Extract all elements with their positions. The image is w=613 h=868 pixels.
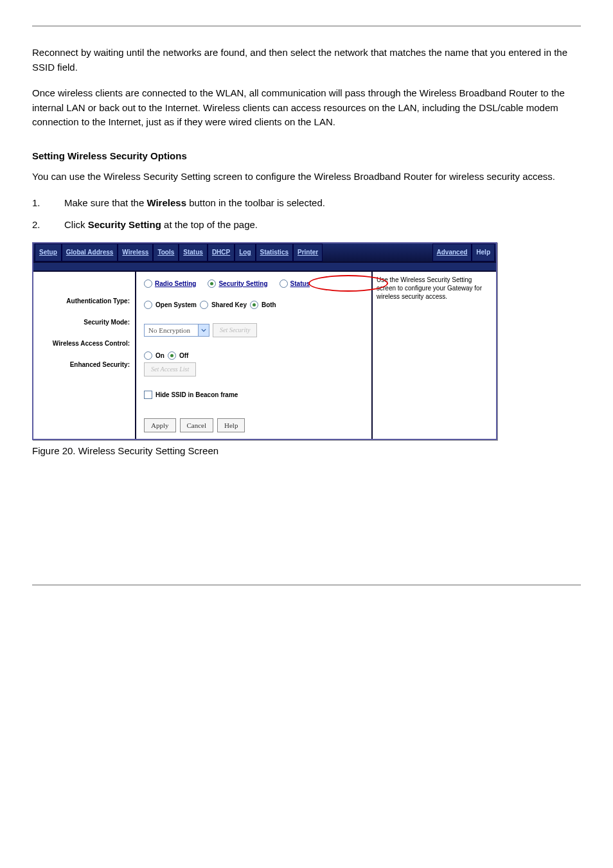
main-nav: Setup Global Address Wireless Tools Stat… bbox=[33, 244, 496, 263]
security-mode-value: No Encryption bbox=[145, 326, 198, 334]
nav-advanced[interactable]: Advanced bbox=[432, 244, 472, 261]
left-label-column: Authentication Type: Security Mode: Wire… bbox=[33, 272, 136, 439]
auth-open-label: Open System bbox=[155, 301, 197, 308]
nav-status[interactable]: Status bbox=[179, 244, 208, 261]
paragraph: You can use the Wireless Security Settin… bbox=[32, 170, 581, 184]
wac-off-label: Off bbox=[179, 352, 188, 359]
nav-setup[interactable]: Setup bbox=[35, 244, 62, 261]
nav-statistics[interactable]: Statistics bbox=[256, 244, 293, 261]
wac-off-radio[interactable] bbox=[168, 351, 176, 360]
auth-both-radio[interactable] bbox=[250, 301, 258, 309]
wac-on-radio[interactable] bbox=[144, 351, 152, 360]
radio-icon[interactable] bbox=[144, 279, 152, 288]
wac-label: Wireless Access Control: bbox=[33, 340, 135, 347]
enhanced-security-label: Enhanced Security: bbox=[33, 361, 135, 368]
step-item: 1.Make sure that the Wireless button in … bbox=[32, 196, 581, 211]
hide-ssid-checkbox[interactable] bbox=[144, 391, 152, 399]
settings-panel: Radio Setting Security Setting Status Op… bbox=[136, 272, 371, 439]
nav-help[interactable]: Help bbox=[472, 244, 495, 261]
subtab-status[interactable]: Status bbox=[290, 280, 310, 287]
auth-type-label: Authentication Type: bbox=[33, 297, 135, 305]
cancel-button[interactable]: Cancel bbox=[180, 418, 214, 432]
help-text: Use the Wireless Security Setting screen… bbox=[377, 276, 482, 300]
apply-button[interactable]: Apply bbox=[144, 418, 176, 432]
document-body: Reconnect by waiting until the networks … bbox=[32, 46, 581, 233]
paragraph: Reconnect by waiting until the networks … bbox=[32, 46, 581, 75]
set-security-button[interactable]: Set Security bbox=[213, 323, 257, 337]
auth-open-radio[interactable] bbox=[144, 301, 152, 309]
figure-caption: Figure 20. Wireless Security Setting Scr… bbox=[32, 445, 581, 456]
nav-log[interactable]: Log bbox=[235, 244, 255, 261]
help-sidebar: Use the Wireless Security Setting screen… bbox=[371, 272, 496, 439]
hide-ssid-label: Hide SSID in Beacon frame bbox=[155, 391, 238, 398]
subtab-security-setting[interactable]: Security Setting bbox=[218, 280, 267, 287]
radio-icon[interactable] bbox=[280, 279, 288, 288]
nav-global-address[interactable]: Global Address bbox=[62, 244, 118, 261]
wac-on-label: On bbox=[155, 352, 164, 359]
subtab-radio-setting[interactable]: Radio Setting bbox=[155, 280, 196, 287]
chevron-down-icon[interactable] bbox=[198, 324, 209, 336]
nav-dhcp[interactable]: DHCP bbox=[208, 244, 235, 261]
auth-both-label: Both bbox=[262, 301, 276, 308]
security-mode-select[interactable]: No Encryption bbox=[144, 324, 209, 337]
nav-wireless[interactable]: Wireless bbox=[118, 244, 153, 261]
step-number: 1. bbox=[32, 196, 64, 211]
set-access-list-button[interactable]: Set Access List bbox=[144, 362, 196, 376]
section-title: Setting Wireless Security Options bbox=[32, 149, 581, 164]
paragraph: Once wireless clients are connected to t… bbox=[32, 86, 581, 130]
highlight-oval bbox=[308, 275, 388, 292]
security-mode-label: Security Mode: bbox=[33, 319, 135, 326]
nav-tools[interactable]: Tools bbox=[153, 244, 179, 261]
step-number: 2. bbox=[32, 218, 64, 233]
step-item: 2.Click Security Setting at the top of t… bbox=[32, 218, 581, 233]
help-button[interactable]: Help bbox=[217, 418, 245, 432]
auth-shared-radio[interactable] bbox=[200, 301, 208, 309]
auth-shared-label: Shared Key bbox=[211, 301, 247, 308]
nav-printer[interactable]: Printer bbox=[293, 244, 323, 261]
router-config-screenshot: Setup Global Address Wireless Tools Stat… bbox=[32, 242, 497, 440]
radio-icon[interactable] bbox=[208, 279, 216, 288]
